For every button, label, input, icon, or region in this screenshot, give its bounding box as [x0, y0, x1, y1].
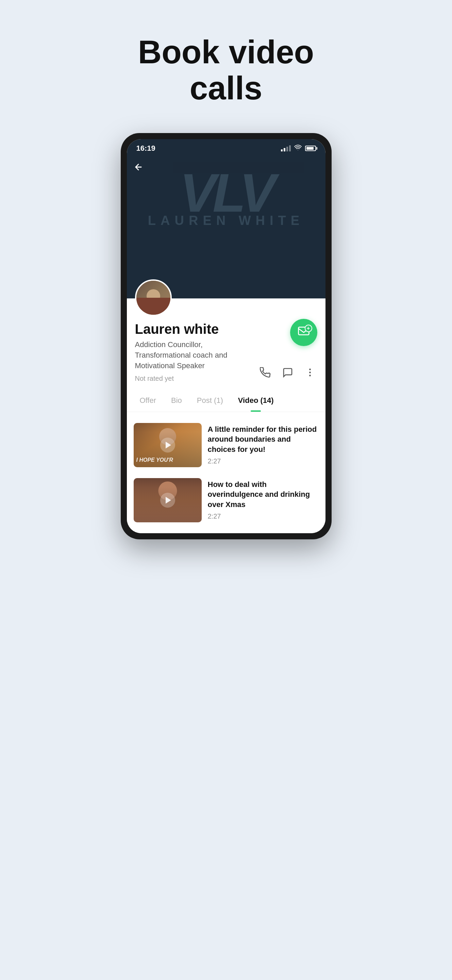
profile-name: Lauren white: [135, 321, 317, 337]
video-item[interactable]: I HOPE YOU'R A little reminder for this …: [127, 417, 325, 473]
call-icon[interactable]: [258, 366, 273, 380]
avatar: [135, 279, 172, 316]
video-item[interactable]: How to deal with overindulgence and drin…: [127, 473, 325, 528]
video-thumbnail: [134, 478, 202, 522]
video-title: How to deal with overindulgence and drin…: [208, 479, 319, 510]
video-duration: 2:27: [208, 512, 319, 520]
video-list: I HOPE YOU'R A little reminder for this …: [127, 412, 325, 533]
signal-icon: [281, 145, 291, 151]
back-button[interactable]: [134, 162, 143, 174]
avatar-image: [136, 281, 170, 315]
play-triangle: [166, 497, 171, 504]
profile-header: VLV LAUREN WHITE: [127, 156, 325, 298]
play-icon: [160, 438, 175, 453]
message-fab-button[interactable]: +: [290, 319, 317, 346]
phone-screen: 16:19: [127, 139, 325, 533]
dots-icon: [309, 369, 311, 376]
status-time: 16:19: [136, 144, 155, 153]
message-icon: +: [298, 327, 309, 339]
vlv-logo: VLV LAUREN WHITE: [127, 166, 325, 228]
status-icons: [281, 145, 316, 153]
video-info: How to deal with overindulgence and drin…: [208, 478, 319, 520]
video-thumbnail: I HOPE YOU'R: [134, 423, 202, 467]
video-info: A little reminder for this period around…: [208, 423, 319, 465]
chat-icon[interactable]: [281, 366, 295, 380]
play-icon: [160, 493, 175, 508]
page-title: Book video calls: [107, 34, 345, 106]
tab-video[interactable]: Video (14): [231, 389, 281, 412]
video-title: A little reminder for this period around…: [208, 424, 319, 455]
phone-frame: 16:19: [121, 133, 331, 539]
tab-offer[interactable]: Offer: [132, 389, 164, 412]
more-options-icon[interactable]: [303, 366, 317, 380]
lauren-white-header-text: LAUREN WHITE: [148, 213, 304, 228]
tab-bio[interactable]: Bio: [163, 389, 189, 412]
avatar-container: [135, 279, 172, 316]
thumb-overlay-text: I HOPE YOU'R: [136, 457, 173, 463]
tabs-row: Offer Bio Post (1) Video (14): [127, 389, 325, 412]
battery-icon: [305, 146, 316, 151]
wifi-icon: [294, 145, 302, 153]
vlv-text: VLV: [179, 166, 272, 220]
status-bar: 16:19: [127, 139, 325, 156]
tab-post[interactable]: Post (1): [189, 389, 231, 412]
video-duration: 2:27: [208, 457, 319, 465]
play-triangle: [166, 442, 171, 449]
fab-plus-icon: +: [305, 325, 312, 332]
action-icons-row: [258, 366, 317, 380]
